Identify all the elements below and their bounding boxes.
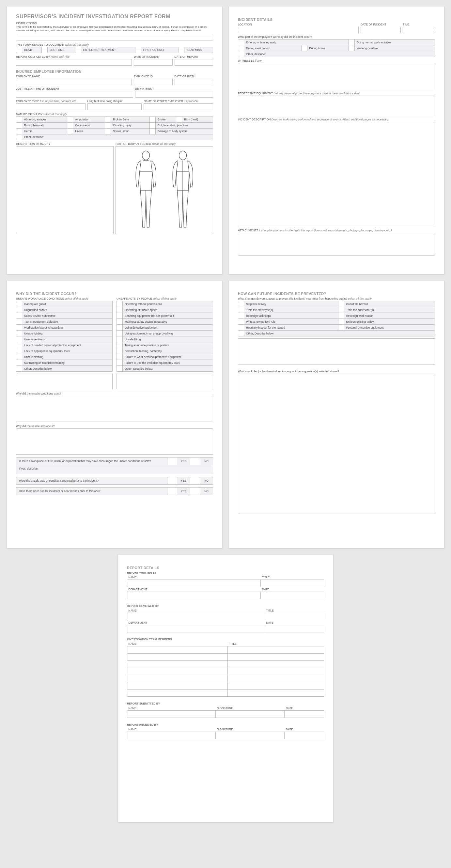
attachments-field[interactable] bbox=[238, 232, 435, 255]
other-employer-field[interactable] bbox=[144, 103, 213, 110]
q2-field[interactable] bbox=[16, 429, 213, 455]
cond-describe[interactable] bbox=[16, 374, 113, 389]
q4-no-chk[interactable] bbox=[190, 477, 200, 485]
chk[interactable] bbox=[16, 354, 22, 360]
chk[interactable] bbox=[16, 336, 22, 342]
incident-date-field[interactable] bbox=[361, 27, 401, 33]
conditions-table: Inadequate guardUnguarded hazardSafety d… bbox=[16, 301, 113, 372]
reviewed-dept[interactable] bbox=[127, 625, 265, 632]
chk[interactable] bbox=[117, 313, 123, 319]
page-3: WHY DID THE INCIDENT OCCUR? UNSAFE WORKP… bbox=[7, 281, 222, 548]
submitted-sig[interactable] bbox=[216, 711, 284, 718]
team-row[interactable] bbox=[127, 661, 228, 668]
chk[interactable] bbox=[117, 331, 123, 336]
submitted-date[interactable] bbox=[284, 711, 324, 718]
return-to-field[interactable] bbox=[16, 34, 213, 40]
reviewed-name[interactable] bbox=[127, 613, 265, 620]
chk[interactable] bbox=[16, 360, 22, 366]
written-name[interactable] bbox=[127, 580, 261, 587]
dob-field[interactable] bbox=[175, 79, 213, 85]
location-field[interactable] bbox=[238, 27, 359, 33]
ppe-field[interactable] bbox=[238, 96, 435, 115]
chk[interactable] bbox=[117, 325, 123, 331]
q4-yes-chk[interactable] bbox=[168, 477, 177, 485]
chk[interactable] bbox=[16, 307, 22, 313]
option-label: Safety device is defective bbox=[22, 313, 113, 319]
body-back-icon bbox=[166, 150, 200, 231]
team-row[interactable] bbox=[127, 689, 228, 697]
carry-out-field[interactable] bbox=[238, 374, 435, 514]
prevent-heading: HOW CAN FUTURE INCIDENTS BE PREVENTED? bbox=[238, 292, 435, 296]
option-label: Tool or equipment defective bbox=[22, 319, 113, 325]
q1-field[interactable] bbox=[16, 396, 213, 422]
option-label: Inadequate guard bbox=[22, 301, 113, 307]
chk[interactable] bbox=[16, 348, 22, 354]
q5-no-chk[interactable] bbox=[190, 487, 200, 495]
team-row[interactable] bbox=[127, 682, 228, 689]
emp-name-field[interactable] bbox=[16, 79, 132, 85]
q3-yes-chk[interactable] bbox=[168, 457, 177, 465]
chk[interactable] bbox=[117, 342, 123, 348]
chk[interactable] bbox=[16, 319, 22, 325]
reviewed-date[interactable] bbox=[265, 625, 324, 632]
date-report-field[interactable] bbox=[175, 59, 213, 66]
chk[interactable] bbox=[117, 301, 123, 307]
chk[interactable] bbox=[117, 319, 123, 325]
team-row[interactable] bbox=[127, 675, 228, 682]
emp-type-field[interactable] bbox=[16, 103, 86, 110]
q3-no-chk[interactable] bbox=[190, 457, 200, 465]
chk[interactable] bbox=[16, 331, 22, 336]
report-by-field[interactable] bbox=[16, 59, 132, 66]
body-diagram[interactable] bbox=[116, 146, 213, 234]
written-dept[interactable] bbox=[127, 592, 261, 599]
chk[interactable] bbox=[117, 354, 123, 360]
chk-lost-time[interactable] bbox=[42, 47, 48, 53]
team-table: NAMETITLE bbox=[127, 642, 324, 697]
written-date[interactable] bbox=[261, 592, 324, 599]
received-sig[interactable] bbox=[216, 732, 284, 739]
chk-first-aid[interactable] bbox=[135, 47, 141, 53]
chk[interactable] bbox=[117, 366, 123, 372]
prevent-describe[interactable] bbox=[238, 338, 435, 365]
dept-field[interactable] bbox=[135, 91, 213, 98]
team-row[interactable] bbox=[127, 646, 228, 654]
chk[interactable] bbox=[117, 307, 123, 313]
acts-describe[interactable] bbox=[117, 374, 213, 389]
option-label: Taking an unsafe position or posture bbox=[123, 342, 213, 348]
chk-er[interactable] bbox=[75, 47, 81, 53]
submitted-name[interactable] bbox=[127, 711, 216, 718]
team-row[interactable] bbox=[127, 654, 228, 661]
chk[interactable] bbox=[16, 301, 22, 307]
time-field[interactable] bbox=[403, 27, 435, 33]
emp-id-field[interactable] bbox=[134, 79, 172, 85]
written-title[interactable] bbox=[261, 580, 324, 587]
desc-injury-field[interactable] bbox=[16, 146, 114, 234]
q5-yes-chk[interactable] bbox=[168, 487, 177, 495]
chk-near-miss[interactable] bbox=[179, 47, 184, 53]
option-label: Other; Describe below: bbox=[123, 366, 213, 372]
received-date[interactable] bbox=[284, 732, 324, 739]
body-front-icon bbox=[129, 150, 162, 231]
chk[interactable] bbox=[16, 325, 22, 331]
chk[interactable] bbox=[16, 342, 22, 348]
reviewed-title[interactable] bbox=[265, 613, 324, 620]
acts-table: Operating without permissionsOperating a… bbox=[117, 301, 213, 372]
date-incident-field[interactable] bbox=[134, 59, 172, 66]
chk[interactable] bbox=[16, 366, 22, 372]
incident-desc-field[interactable] bbox=[238, 122, 435, 226]
chk[interactable] bbox=[117, 336, 123, 342]
chk[interactable] bbox=[16, 313, 22, 319]
if-yes-describe[interactable]: If yes, describe: bbox=[16, 465, 213, 474]
length-field[interactable] bbox=[87, 103, 142, 110]
witnesses-field[interactable] bbox=[238, 63, 435, 89]
document-options: DEATH LOST TIME ER / CLINIC TREATMENT FI… bbox=[16, 47, 213, 53]
option-label: Using equipment in an unapproved way bbox=[123, 331, 213, 336]
chk[interactable] bbox=[117, 360, 123, 366]
reported-question: Were the unsafe acts or conditions repor… bbox=[16, 477, 213, 485]
received-name[interactable] bbox=[127, 732, 216, 739]
chk[interactable] bbox=[117, 348, 123, 354]
job-title-field[interactable] bbox=[16, 91, 133, 98]
chk-death[interactable] bbox=[16, 47, 22, 53]
report-details-heading: REPORT DETAILS bbox=[127, 566, 324, 570]
team-row[interactable] bbox=[127, 668, 228, 675]
